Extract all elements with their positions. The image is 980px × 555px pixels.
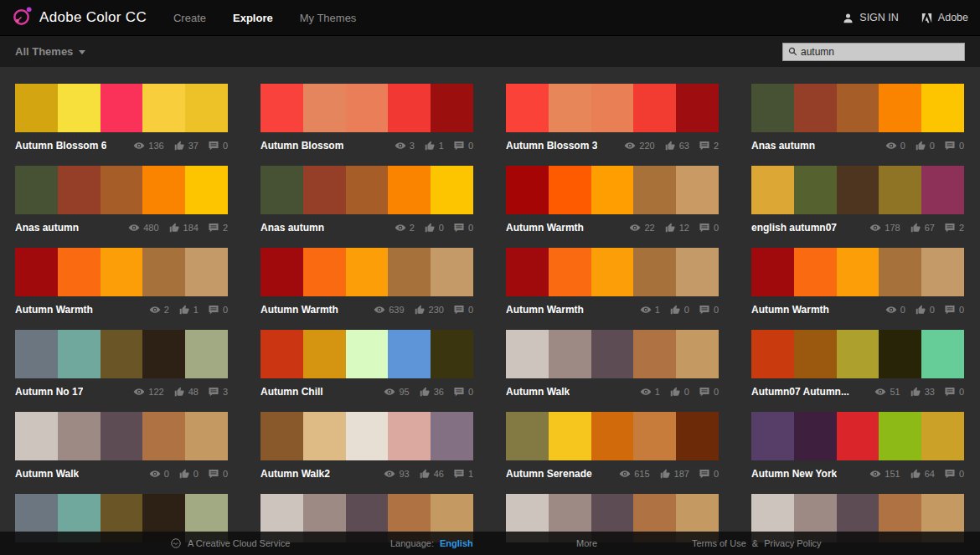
likes-count: 0	[930, 305, 935, 315]
palette-swatches[interactable]	[506, 166, 719, 214]
palette-swatches[interactable]	[751, 84, 964, 132]
theme-name: Autumn New York	[751, 468, 837, 480]
palette-swatches[interactable]	[260, 166, 473, 214]
views-count: 220	[639, 141, 654, 151]
views-stat: 0	[149, 468, 169, 480]
likes-stat: 63	[664, 140, 689, 152]
theme-card[interactable]: english autumn07178672	[751, 166, 964, 234]
color-swatch	[142, 412, 185, 460]
search-box	[782, 43, 965, 61]
theme-card[interactable]: Autumn Warmth100	[506, 248, 719, 316]
comments-count: 3	[223, 387, 228, 397]
palette-swatches[interactable]	[15, 330, 228, 378]
color-swatch	[633, 412, 676, 460]
color-swatch	[431, 248, 473, 296]
palette-swatches[interactable]	[506, 412, 719, 460]
comment-icon	[944, 386, 956, 398]
theme-card[interactable]: Autumn Walk000	[15, 412, 228, 480]
thumbs-up-icon	[910, 386, 921, 398]
color-swatch	[303, 330, 346, 378]
theme-card[interactable]: Autumn Warmth000	[751, 248, 964, 316]
theme-card[interactable]: Anas autumn4801842	[15, 166, 228, 234]
theme-card[interactable]: Anas autumn000	[751, 84, 964, 152]
thumbs-up-icon	[424, 222, 436, 234]
comments-count: 0	[959, 305, 964, 315]
theme-card[interactable]: Autumn Chill95360	[260, 330, 473, 398]
likes-stat: 37	[173, 140, 199, 152]
palette-swatches[interactable]	[260, 84, 473, 132]
comment-icon	[944, 304, 956, 316]
palette-swatches[interactable]	[506, 248, 719, 296]
views-count: 2	[164, 305, 169, 315]
comments-stat: 0	[699, 222, 719, 234]
theme-stats: 95360	[384, 386, 473, 398]
color-swatch	[142, 166, 185, 214]
theme-card[interactable]: Autumn No 17122483	[15, 330, 228, 398]
primary-nav: Create Explore My Themes	[173, 12, 356, 24]
palette-swatches[interactable]	[15, 248, 228, 296]
palette-swatches[interactable]	[15, 84, 228, 132]
palette-swatches[interactable]	[751, 248, 964, 296]
color-swatch	[751, 330, 794, 378]
palette-swatches[interactable]	[506, 330, 719, 378]
color-swatch	[15, 330, 58, 378]
comment-icon	[208, 386, 219, 398]
views-stat: 22	[629, 222, 654, 234]
comments-count: 2	[223, 223, 228, 233]
comments-stat: 1	[453, 468, 473, 480]
palette-swatches[interactable]	[751, 412, 964, 460]
color-swatch	[676, 248, 719, 296]
likes-count: 48	[188, 387, 199, 397]
sign-in-button[interactable]: SIGN IN	[842, 12, 899, 24]
palette-swatches[interactable]	[506, 84, 719, 132]
theme-card[interactable]: Autumn Warmth6392300	[260, 248, 473, 316]
nav-item-my-themes[interactable]: My Themes	[300, 12, 357, 24]
language-value-link[interactable]: English	[440, 538, 473, 548]
palette-swatches[interactable]	[751, 330, 964, 378]
thumbs-up-icon	[910, 222, 921, 234]
views-stat: 0	[885, 304, 905, 316]
color-swatch	[921, 412, 964, 460]
theme-card[interactable]: Autumn Blossom 6136370	[15, 84, 228, 152]
theme-card[interactable]: Autumn Warmth22120	[506, 166, 719, 234]
terms-of-use-link[interactable]: Terms of Use	[692, 538, 746, 548]
color-swatch	[185, 84, 228, 132]
theme-card[interactable]: Autumn Walk100	[506, 330, 719, 398]
palette-swatches[interactable]	[260, 248, 473, 296]
more-link[interactable]: More	[576, 532, 597, 555]
likes-count: 36	[434, 387, 444, 397]
theme-stats: 22120	[629, 222, 719, 234]
nav-item-create[interactable]: Create	[173, 12, 206, 24]
search-input[interactable]	[801, 46, 960, 58]
likes-count: 0	[193, 469, 199, 479]
palette-swatches[interactable]	[15, 412, 228, 460]
theme-meta: Autumn Serenade6151870	[506, 468, 719, 480]
palette-swatches[interactable]	[751, 166, 964, 214]
theme-card[interactable]: Autumn Warmth210	[15, 248, 228, 316]
color-swatch	[794, 412, 837, 460]
palette-swatches[interactable]	[15, 166, 228, 214]
theme-card[interactable]: Autumn07 Autumn...51330	[751, 330, 964, 398]
likes-stat: 230	[414, 304, 444, 316]
theme-card[interactable]: Autumn New York151640	[751, 412, 964, 480]
brand[interactable]: Adobe Color CC	[12, 6, 147, 30]
color-swatch	[633, 84, 676, 132]
theme-card[interactable]: Autumn Blossom 3220632	[506, 84, 719, 152]
eye-icon	[885, 304, 897, 316]
palette-swatches[interactable]	[260, 412, 473, 460]
theme-card[interactable]: Anas autumn200	[260, 166, 473, 234]
privacy-policy-link[interactable]: Privacy Policy	[764, 538, 821, 548]
theme-meta: Autumn Chill95360	[260, 386, 473, 398]
theme-meta: Autumn Walk100	[506, 386, 719, 398]
adobe-link[interactable]: Adobe	[921, 12, 968, 24]
comments-count: 0	[714, 469, 719, 479]
nav-item-explore[interactable]: Explore	[233, 12, 273, 24]
views-count: 2	[410, 223, 415, 233]
theme-card[interactable]: Autumn Walk293461	[260, 412, 473, 480]
theme-card[interactable]: Autumn Serenade6151870	[506, 412, 719, 480]
views-count: 639	[389, 305, 404, 315]
palette-swatches[interactable]	[260, 330, 473, 378]
all-themes-dropdown[interactable]: All Themes	[15, 45, 85, 58]
theme-card[interactable]: Autumn Blossom310	[260, 84, 473, 152]
likes-count: 1	[193, 305, 199, 315]
